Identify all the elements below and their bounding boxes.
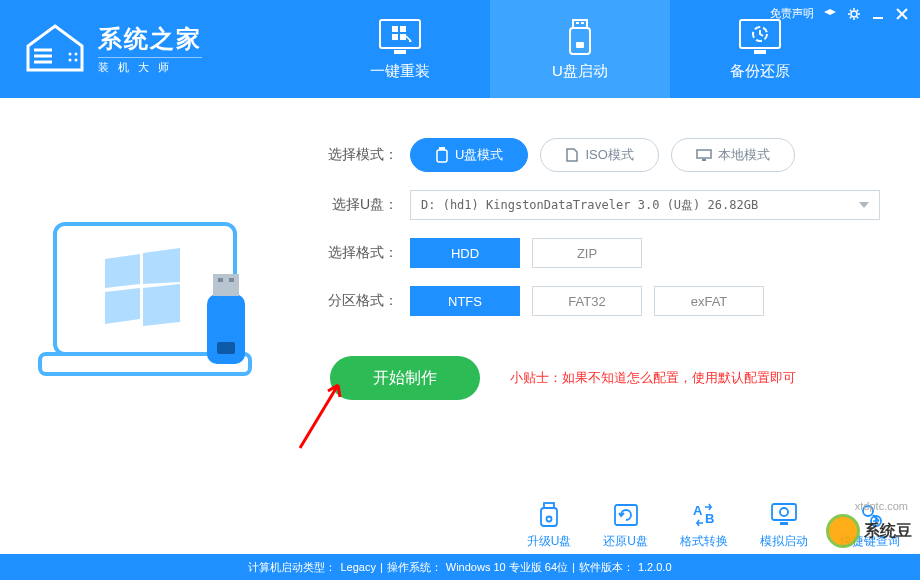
gear-icon[interactable] [846, 7, 862, 21]
main-content: 选择模式： U盘模式 ISO模式 本地模式 选择U盘： D: (hd1) Kin… [0, 98, 920, 530]
convert-tool-icon: AB [689, 501, 719, 529]
partition-label: 分区格式： [320, 292, 410, 310]
partition-exfat-button[interactable]: exFAT [654, 286, 764, 316]
status-ver-label: 软件版本： [579, 560, 634, 575]
watermark-brand: 系统豆 [864, 521, 912, 542]
svg-point-0 [69, 53, 72, 56]
format-zip-button[interactable]: ZIP [532, 238, 642, 268]
left-illustration [0, 98, 310, 530]
house-logo-icon [20, 24, 90, 74]
svg-rect-5 [394, 50, 406, 54]
restore-tool-icon [611, 501, 641, 529]
watermark: 系统豆 [826, 514, 912, 548]
close-icon[interactable] [894, 7, 910, 21]
nav-tab-usb-boot[interactable]: U盘启动 [490, 0, 670, 98]
svg-rect-23 [229, 278, 234, 282]
svg-point-14 [851, 11, 857, 17]
laptop-usb-illustration [35, 214, 275, 414]
nav-tab-label: 一键重装 [370, 62, 430, 81]
monitor-icon [378, 18, 422, 56]
logo-title: 系统之家 [98, 23, 202, 55]
nav-tab-label: U盘启动 [552, 62, 608, 81]
right-content: 选择模式： U盘模式 ISO模式 本地模式 选择U盘： D: (hd1) Kin… [310, 98, 920, 530]
partition-ntfs-button[interactable]: NTFS [410, 286, 520, 316]
svg-rect-9 [570, 28, 590, 54]
start-create-button[interactable]: 开始制作 [330, 356, 480, 400]
usb-row: 选择U盘： D: (hd1) KingstonDataTraveler 3.0 … [320, 190, 890, 220]
usb-small-icon [435, 147, 449, 163]
partition-fat32-button[interactable]: FAT32 [532, 286, 642, 316]
usb-tool-icon [534, 501, 564, 529]
watermark-site: xtdptc.com [855, 500, 908, 512]
tool-format-convert[interactable]: AB 格式转换 [680, 501, 728, 550]
tool-simulate-boot[interactable]: 模拟启动 [760, 501, 808, 550]
mode-label: 选择模式： [320, 146, 410, 164]
svg-rect-7 [576, 22, 579, 24]
disclaimer-link[interactable]: 免责声明 [770, 6, 814, 21]
nav-tab-reinstall[interactable]: 一键重装 [310, 0, 490, 98]
usb-label: 选择U盘： [320, 196, 410, 214]
svg-rect-21 [213, 274, 239, 296]
usb-dropdown[interactable]: D: (hd1) KingstonDataTraveler 3.0 (U盘) 2… [410, 190, 880, 220]
svg-rect-22 [218, 278, 223, 282]
minimize-icon[interactable] [870, 7, 886, 21]
svg-rect-24 [217, 342, 235, 354]
partition-row: 分区格式： NTFS FAT32 exFAT [320, 286, 890, 316]
graduation-icon[interactable] [822, 7, 838, 21]
svg-text:B: B [705, 511, 714, 526]
usb-drive-icon [558, 18, 602, 56]
watermark-logo-icon [826, 514, 860, 548]
mode-local-button[interactable]: 本地模式 [671, 138, 795, 172]
logo-area: 系统之家 装 机 大 师 [0, 23, 310, 75]
status-ver-value: 1.2.0.0 [638, 561, 672, 573]
format-label: 选择格式： [320, 244, 410, 262]
format-hdd-button[interactable]: HDD [410, 238, 520, 268]
svg-rect-26 [437, 150, 447, 162]
status-os-label: 操作系统： [387, 560, 442, 575]
svg-point-37 [780, 508, 788, 516]
tool-upgrade-usb[interactable]: 升级U盘 [527, 501, 572, 550]
top-links: 免责声明 [770, 6, 910, 21]
svg-rect-8 [581, 22, 584, 24]
backup-icon [738, 18, 782, 56]
svg-point-2 [69, 59, 72, 62]
tool-restore-usb[interactable]: 还原U盘 [603, 501, 648, 550]
svg-rect-35 [772, 504, 796, 520]
tip-text: 小贴士：如果不知道怎么配置，使用默认配置即可 [510, 369, 796, 387]
svg-rect-32 [615, 505, 637, 525]
simulate-tool-icon [769, 501, 799, 529]
svg-point-31 [546, 517, 551, 522]
svg-rect-36 [780, 522, 788, 525]
logo-subtitle: 装 机 大 师 [98, 57, 202, 75]
svg-rect-27 [697, 150, 711, 158]
mode-row: 选择模式： U盘模式 ISO模式 本地模式 [320, 138, 890, 172]
nav-tab-label: 备份还原 [730, 62, 790, 81]
status-bar: 计算机启动类型： Legacy | 操作系统： Windows 10 专业版 6… [0, 554, 920, 580]
format-row: 选择格式： HDD ZIP [320, 238, 890, 268]
iso-file-icon [565, 148, 579, 162]
status-os-value: Windows 10 专业版 64位 [446, 560, 568, 575]
mode-usb-button[interactable]: U盘模式 [410, 138, 528, 172]
status-boot-value: Legacy [340, 561, 375, 573]
monitor-small-icon [696, 149, 712, 161]
start-row: 开始制作 小贴士：如果不知道怎么配置，使用默认配置即可 [320, 356, 890, 400]
svg-rect-6 [573, 20, 587, 28]
mode-iso-button[interactable]: ISO模式 [540, 138, 658, 172]
svg-text:A: A [693, 503, 703, 518]
status-boot-label: 计算机启动类型： [248, 560, 336, 575]
header-bar: 系统之家 装 机 大 师 一键重装 U盘启动 备份还原 免责声明 [0, 0, 920, 98]
svg-point-1 [75, 53, 78, 56]
svg-rect-28 [702, 159, 706, 161]
svg-point-3 [75, 59, 78, 62]
svg-rect-10 [576, 42, 584, 48]
svg-rect-12 [754, 50, 766, 54]
